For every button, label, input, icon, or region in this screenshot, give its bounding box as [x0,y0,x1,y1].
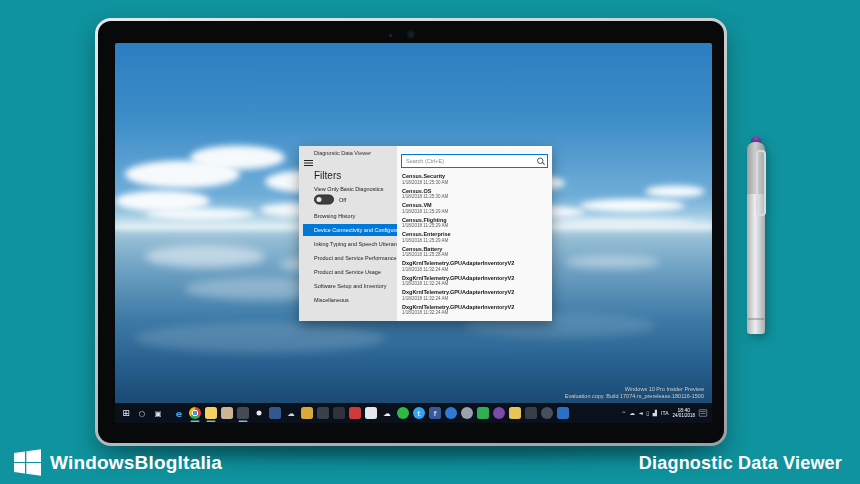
messenger-icon[interactable] [445,407,457,419]
edge-icon[interactable]: e [173,407,185,419]
green-app-icon[interactable] [477,407,489,419]
cortana-icon[interactable]: ○ [136,407,148,419]
window-title: Diagnostic Data Viewer [314,150,371,156]
onedrive-tray-icon[interactable]: ☁ [630,410,636,417]
start-icon[interactable]: ⊞ [120,407,132,419]
system-tray: ^☁◄▯▟ ITA 18:40 24/01/2018 [621,408,707,419]
tray-icons: ^☁◄▯▟ [621,410,657,417]
purple-app-icon[interactable] [493,407,505,419]
insider-watermark: Windows 10 Pro Insider Preview Evaluatio… [565,385,704,399]
windows-flag-icon [14,449,41,476]
filters-heading: Filters [314,170,341,182]
onedrive-icon[interactable]: ☁ [381,407,393,419]
dark-app-icon-1[interactable] [317,407,329,419]
pen-clip [756,150,766,216]
event-timestamp: 1/18/2018 11:32:24 AM [402,281,550,287]
globe-app-icon[interactable] [541,407,553,419]
events-pane: Census.Security1/18/2018 11:25:30 AMCens… [397,146,552,321]
cloud-reflection [135,323,385,353]
tablet-screen: Windows 10 Pro Insider Preview Evaluatio… [115,43,712,423]
cloud-app-icon[interactable]: ☁ [285,407,297,419]
people-app-icon[interactable] [461,407,473,419]
search-input[interactable] [401,154,548,168]
event-row[interactable]: DxgKrnlTelemetry.GPUAdapterInventoryV21/… [402,260,550,272]
language-indicator[interactable]: ITA [661,410,668,416]
speaker-icon[interactable]: ◄ [639,410,643,417]
event-timestamp: 1/18/2018 11:32:24 AM [402,296,550,302]
camera-sensor-dot [389,34,392,37]
tablet-bezel: Windows 10 Pro Insider Preview Evaluatio… [98,21,724,443]
chevron-up-icon[interactable]: ^ [621,410,626,417]
event-timestamp: 1/18/2018 11:25:29 AM [402,209,550,215]
taskbar-apps: ⊞○▣e☁☁tf [120,407,569,419]
twitter-icon[interactable]: t [413,407,425,419]
taskbar: ⊞○▣e☁☁tf ^☁◄▯▟ ITA 18:40 24/01/2018 [115,403,712,423]
battery-icon[interactable]: ▯ [646,410,649,417]
event-row[interactable]: DxgKrnlTelemetry.GPUAdapterInventoryV21/… [402,289,550,301]
network-icon[interactable]: ▟ [653,410,657,417]
event-timestamp: 1/18/2018 11:25:30 AM [402,180,550,186]
cloud [645,186,705,198]
cloud-reflection [145,246,265,268]
page-background: { "page": { "background_color": "#0f939e… [0,0,860,484]
event-row[interactable]: Census.VM1/18/2018 11:25:29 AM [402,202,550,214]
event-row[interactable]: Census.Enterprise1/18/2018 11:25:29 AM [402,231,550,243]
watermark-line1: Windows 10 Pro Insider Preview [565,385,704,392]
cloud [190,146,285,170]
store-app-icon[interactable] [221,407,233,419]
pen-seam [748,318,764,320]
event-timestamp: 1/18/2018 11:32:24 AM [402,310,550,316]
taskbar-clock[interactable]: 18:40 24/01/2018 [672,408,695,419]
filter-item-product-and-service-performance[interactable]: Product and Service Performance [303,252,397,264]
toggle-state-label: Off [339,197,346,203]
watermark-line2: Evaluation copy. Build 17074.rs_prerelea… [565,392,704,399]
hamburger-menu-button[interactable] [304,160,313,168]
whatsapp-icon[interactable] [397,407,409,419]
cloud-reflection [565,256,660,269]
event-row[interactable]: Census.Security1/18/2018 11:25:30 AM [402,173,550,185]
filter-list: Browsing HistoryDevice Connectivity and … [299,210,397,308]
filter-item-inking-typing-and-speech-utterance[interactable]: Inking Typing and Speech Utterance [303,238,397,250]
event-row[interactable]: Census.Flighting1/18/2018 11:25:29 AM [402,217,550,229]
facebook-icon[interactable]: f [429,407,441,419]
file-explorer-icon[interactable] [205,407,217,419]
clock-date: 24/01/2018 [672,413,695,419]
yellow-app-icon[interactable] [301,407,313,419]
event-timestamp: 1/18/2018 11:25:30 AM [402,194,550,200]
front-camera [408,31,415,38]
event-row[interactable]: DxgKrnlTelemetry.GPUAdapterInventoryV21/… [402,304,550,316]
filters-pane: Diagnostic Data Viewer Filters View Only… [299,146,397,321]
caption-text: Diagnostic Data Viewer [639,453,842,474]
event-timestamp: 1/18/2018 11:25:29 AM [402,238,550,244]
filter-item-product-and-service-usage[interactable]: Product and Service Usage [303,266,397,278]
filter-item-software-setup-and-inventory[interactable]: Software Setup and Inventory [303,280,397,292]
folder-app-icon[interactable] [509,407,521,419]
chrome-icon[interactable] [189,407,201,419]
photos-app-icon[interactable] [269,407,281,419]
basic-diagnostics-toggle[interactable] [314,195,334,205]
event-row[interactable]: Census.OS1/18/2018 11:25:30 AM [402,188,550,200]
event-row[interactable]: Census.Battery1/18/2018 11:25:28 AM [402,246,550,258]
basic-diagnostics-toggle-label: View Only Basic Diagnostics [314,186,384,192]
event-row[interactable]: DxgKrnlTelemetry.GPUAdapterInventoryV21/… [402,275,550,287]
filter-item-browsing-history[interactable]: Browsing History [303,210,397,222]
surface-tablet: Windows 10 Pro Insider Preview Evaluatio… [95,18,727,446]
event-list: Census.Security1/18/2018 11:25:30 AMCens… [402,173,550,321]
red-app-icon[interactable] [349,407,361,419]
camera-app-icon[interactable] [237,407,249,419]
filter-item-miscellaneous[interactable]: Miscellaneous [303,294,397,306]
event-timestamp: 1/18/2018 11:25:29 AM [402,223,550,229]
game-app-icon[interactable] [525,407,537,419]
diagnostic-data-viewer-window: Diagnostic Data Viewer Filters View Only… [299,146,552,321]
filter-item-device-connectivity-and-configuration[interactable]: Device Connectivity and Configuration [303,224,397,236]
blue-app-icon[interactable] [557,407,569,419]
search-icon [537,158,544,165]
white-dot-icon[interactable] [257,411,262,416]
contact-app-icon[interactable] [365,407,377,419]
brand-name: WindowsBlogItalia [50,452,222,474]
task-view-icon[interactable]: ▣ [152,407,164,419]
event-timestamp: 1/18/2018 11:25:28 AM [402,252,550,258]
dark-app-icon-2[interactable] [333,407,345,419]
brand-lockup: WindowsBlogItalia [14,449,222,476]
action-center-icon[interactable] [699,410,707,417]
